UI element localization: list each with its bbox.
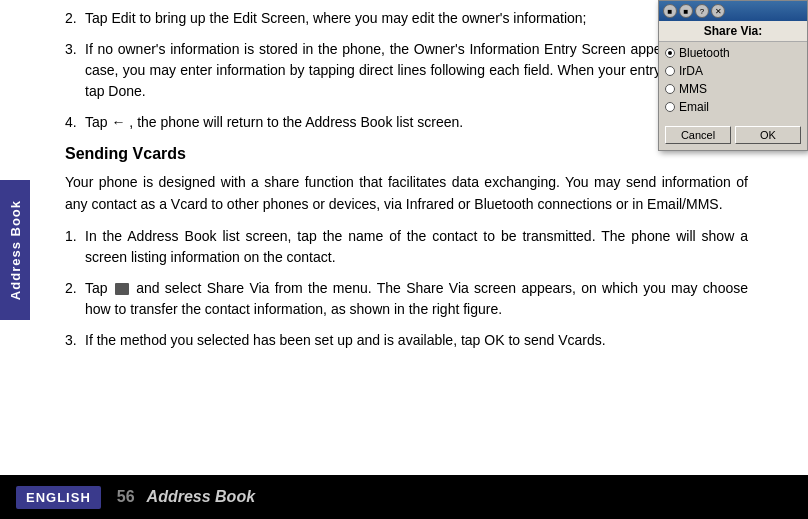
- list-text-4: Tap ← , the phone will return to the Add…: [85, 112, 748, 133]
- list-text-b1: In the Address Book list screen, tap the…: [85, 226, 748, 268]
- list-item-3: 3. If no owner's information is stored i…: [65, 39, 748, 102]
- irda-label: IrDA: [679, 64, 703, 78]
- page-number: 56: [117, 488, 135, 506]
- dialog-close-icon[interactable]: ✕: [711, 4, 725, 18]
- list-item-b2: 2. Tap and select Share Via from the men…: [65, 278, 748, 320]
- dialog-option-irda[interactable]: IrDA: [665, 64, 801, 78]
- ok-button[interactable]: OK: [735, 126, 801, 144]
- list-num-2: 2.: [65, 8, 85, 29]
- list-num-b3: 3.: [65, 330, 85, 351]
- radio-mms[interactable]: [665, 84, 675, 94]
- section-heading: Sending Vcards: [65, 145, 748, 163]
- dialog-option-email[interactable]: Email: [665, 100, 801, 114]
- dialog-option-mms[interactable]: MMS: [665, 82, 801, 96]
- dialog-title-icons: ■ ■ ? ✕: [663, 4, 725, 18]
- dialog-icon-2[interactable]: ■: [679, 4, 693, 18]
- side-tab: Address Book: [0, 180, 30, 320]
- list-num-b2: 2.: [65, 278, 85, 320]
- list-text-3: If no owner's information is stored in t…: [85, 39, 748, 102]
- list-text-b3: If the method you selected has been set …: [85, 330, 748, 351]
- dialog-titlebar: ■ ■ ? ✕: [659, 1, 807, 21]
- back-arrow-icon: ←: [111, 112, 125, 133]
- radio-bluetooth[interactable]: [665, 48, 675, 58]
- list-item-b3: 3. If the method you selected has been s…: [65, 330, 748, 351]
- contact-icon: [115, 283, 129, 295]
- paragraph-vcards: Your phone is designed with a share func…: [65, 171, 748, 216]
- radio-email[interactable]: [665, 102, 675, 112]
- list-item-b1: 1. In the Address Book list screen, tap …: [65, 226, 748, 268]
- list-item-2: 2. Tap Edit to bring up the Edit Screen,…: [65, 8, 748, 29]
- list-num-b1: 1.: [65, 226, 85, 268]
- dialog-option-bluetooth[interactable]: Bluetooth: [665, 46, 801, 60]
- side-tab-label: Address Book: [8, 200, 23, 300]
- dialog-icon-3[interactable]: ?: [695, 4, 709, 18]
- list-text-b2: Tap and select Share Via from the menu. …: [85, 278, 748, 320]
- mms-label: MMS: [679, 82, 707, 96]
- list-text-2: Tap Edit to bring up the Edit Screen, wh…: [85, 8, 748, 29]
- radio-irda[interactable]: [665, 66, 675, 76]
- bluetooth-label: Bluetooth: [679, 46, 730, 60]
- dialog-icon-1[interactable]: ■: [663, 4, 677, 18]
- language-label: ENGLISH: [16, 486, 101, 509]
- dialog-share-label: Share Via:: [659, 21, 807, 42]
- dialog-buttons: Cancel OK: [659, 122, 807, 150]
- list-num-4: 4.: [65, 112, 85, 133]
- list-num-3: 3.: [65, 39, 85, 102]
- page-title: Address Book: [147, 488, 255, 506]
- dialog-options: Bluetooth IrDA MMS Email: [659, 42, 807, 122]
- bottom-bar: ENGLISH 56 Address Book: [0, 475, 808, 519]
- cancel-button[interactable]: Cancel: [665, 126, 731, 144]
- share-via-dialog: ■ ■ ? ✕ Share Via: Bluetooth IrDA MMS Em…: [658, 0, 808, 151]
- list-item-4: 4. Tap ← , the phone will return to the …: [65, 112, 748, 133]
- email-label: Email: [679, 100, 709, 114]
